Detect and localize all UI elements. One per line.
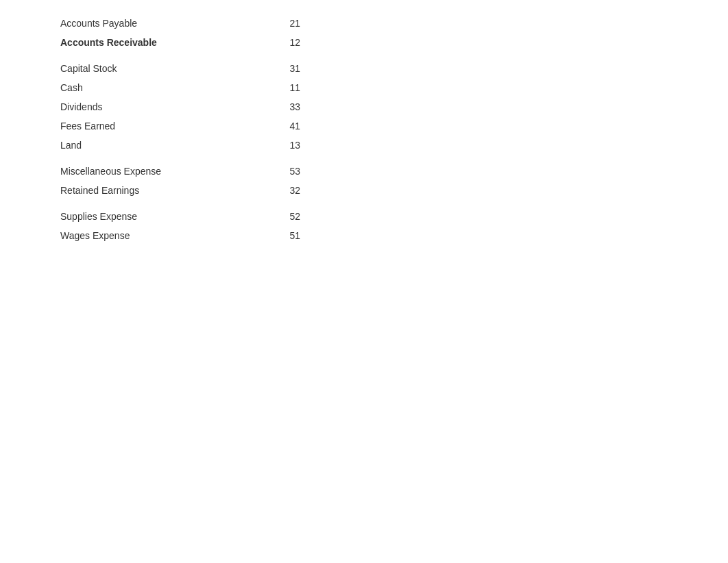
account-name: Retained Earnings	[60, 185, 139, 196]
account-number: 52	[280, 211, 300, 222]
spacer-row	[60, 200, 668, 207]
table-row: Capital Stock31	[60, 59, 300, 78]
table-row: Miscellaneous Expense53	[60, 162, 300, 181]
account-number: 51	[280, 230, 300, 241]
spacer-row	[60, 155, 668, 162]
table-row: Wages Expense51	[60, 226, 300, 245]
account-name: Accounts Payable	[60, 18, 137, 29]
account-number: 33	[280, 101, 300, 112]
table-row: Supplies Expense52	[60, 207, 300, 226]
account-number: 32	[280, 185, 300, 196]
account-list: Accounts Payable21Accounts Receivable12C…	[0, 0, 728, 259]
table-row: Accounts Payable21	[60, 14, 300, 33]
table-row: Accounts Receivable12	[60, 33, 300, 52]
spacer-row	[60, 52, 668, 59]
account-number: 13	[280, 140, 300, 151]
table-row: Fees Earned41	[60, 116, 300, 136]
account-name: Cash	[60, 82, 83, 93]
account-number: 31	[280, 63, 300, 74]
table-row: Retained Earnings32	[60, 181, 300, 200]
account-number: 21	[280, 18, 300, 29]
account-name: Capital Stock	[60, 63, 117, 74]
account-name: Miscellaneous Expense	[60, 166, 161, 177]
account-number: 41	[280, 121, 300, 132]
account-name: Accounts Receivable	[60, 37, 157, 48]
account-name: Supplies Expense	[60, 211, 137, 222]
table-row: Dividends33	[60, 97, 300, 116]
account-name: Land	[60, 140, 82, 151]
account-name: Wages Expense	[60, 230, 130, 241]
account-name: Fees Earned	[60, 121, 115, 132]
table-row: Land13	[60, 136, 300, 155]
account-number: 12	[280, 37, 300, 48]
account-number: 11	[280, 82, 300, 93]
account-number: 53	[280, 166, 300, 177]
table-row: Cash11	[60, 78, 300, 97]
account-name: Dividends	[60, 101, 102, 112]
